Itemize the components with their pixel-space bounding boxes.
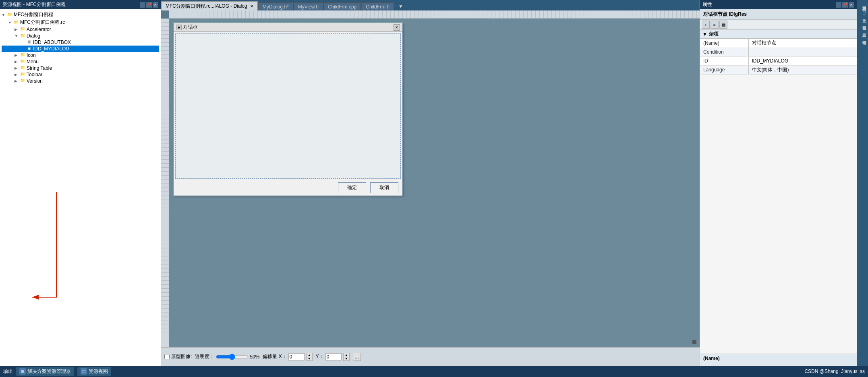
props-sort-btn[interactable]: ↕ xyxy=(702,21,710,29)
props-icon-btn[interactable]: ▦ xyxy=(719,21,727,29)
sidebar-icon-solution[interactable]: 解决方案资源管理器 xyxy=(858,2,867,5)
tab-rc-dialog[interactable]: MFC分割窗口例程.rc...IALOG - Dialog ✕ xyxy=(161,1,258,11)
toolbar-folder-icon: 📁 xyxy=(19,72,26,77)
dialog-icon: 📁 xyxy=(19,33,26,39)
tree-project[interactable]: ▼ 📁 MFC分割窗口例程.rc xyxy=(2,19,159,26)
props-spacer xyxy=(700,75,857,354)
tree-accelerator[interactable]: ▶ 📁 Accelerator xyxy=(2,26,159,33)
props-row-id-val: IDD_MYDIALOG xyxy=(748,56,857,65)
dialog-title-icon: ■ xyxy=(176,25,182,30)
offset-x-spinbtn[interactable]: ▲▼ xyxy=(306,353,313,361)
mydialog-file-icon: ▣ xyxy=(26,46,32,52)
project-label: MFC分割窗口例程.rc xyxy=(20,19,65,26)
tab-childfrm-cpp[interactable]: ChildFrm.cpp xyxy=(323,2,361,11)
offset-y-spinbtn[interactable]: ▲▼ xyxy=(343,353,350,361)
dialog-title-text: 对话框 xyxy=(183,24,394,31)
tab-mydialog-h[interactable]: MyDialog.h* xyxy=(258,2,293,11)
center-panel: MFC分割窗口例程.rc...IALOG - Dialog ✕ MyDialog… xyxy=(161,0,700,366)
props-row-language-val: 中文(简体，中国) xyxy=(748,65,857,74)
status-solution-mgr[interactable]: ⊞ 解决方案资源管理器 xyxy=(16,367,74,376)
props-row-name[interactable]: (Name) 对话框节点 xyxy=(700,39,857,48)
version-label: Version xyxy=(27,78,43,84)
sidebar-icon-git[interactable]: Git更改 xyxy=(858,9,867,17)
prototype-checkbox-container: 原型图像: xyxy=(164,353,192,360)
opacity-slider[interactable] xyxy=(216,354,248,360)
minimize-btn[interactable]: ─ xyxy=(140,2,145,8)
props-header: 对话框节点 IDlgRes xyxy=(700,9,857,20)
dialog-footer: 确定 取消 xyxy=(338,182,398,193)
tree-dialog[interactable]: ▼ 📁 Dialog xyxy=(2,33,159,39)
tree-menu[interactable]: ▶ 📁 Menu xyxy=(2,58,159,65)
dialog-body xyxy=(175,33,401,179)
tree-mydialog[interactable]: ▶ ▣ IDD_MYDIALOG xyxy=(2,46,159,52)
dialog-arrow: ▼ xyxy=(15,34,19,38)
tree-string-table[interactable]: ▶ 📁 String Table xyxy=(2,65,159,71)
opacity-value: 50% xyxy=(250,354,259,360)
tree-icon[interactable]: ▶ 📁 Icon xyxy=(2,52,159,58)
props-row-language[interactable]: Language 中文(简体，中国) xyxy=(700,65,857,74)
close-left-btn[interactable]: ✕ xyxy=(153,2,158,8)
props-footer: (Name) xyxy=(700,354,857,366)
solution-mgr-icon: ⊞ xyxy=(19,368,26,375)
resource-view-titlebar: 资源视图 - MFC分割窗口例程 ─ 📌 ✕ xyxy=(0,0,161,9)
offset-y-input[interactable] xyxy=(325,353,342,360)
dialog-cancel-btn[interactable]: 取消 xyxy=(370,182,398,193)
prototype-label: 原型图像: xyxy=(171,353,192,360)
tree-aboutbox[interactable]: ▶ ▣ IDD_ABOUTBOX xyxy=(2,39,159,46)
tab-childfrm-cpp-label: ChildFrm.cpp xyxy=(328,4,356,10)
props-minimize-btn[interactable]: ─ xyxy=(836,2,841,8)
icon-label: Icon xyxy=(27,52,36,58)
props-table: (Name) 对话框节点 Condition ID IDD_MYDIALOG L… xyxy=(700,39,857,75)
props-pin-btn[interactable]: 📌 xyxy=(842,2,848,8)
props-row-condition[interactable]: Condition xyxy=(700,48,857,56)
tree-root[interactable]: ▼ 📁 MFC分割窗口例程 xyxy=(2,11,159,19)
browse-btn[interactable]: … xyxy=(353,353,361,361)
props-grid-btn[interactable]: ≡ xyxy=(711,21,719,29)
collapse-icon: ▼ xyxy=(702,31,707,37)
acc-icon: 📁 xyxy=(19,27,26,32)
prototype-checkbox[interactable] xyxy=(164,354,170,359)
dialog-close-btn[interactable]: ✕ xyxy=(394,24,400,31)
tab-mydialog-h-label: MyDialog.h* xyxy=(263,4,289,10)
offset-x-container: 偏移量 X： ▲▼ xyxy=(263,353,312,361)
titlebar-controls: ─ 📌 ✕ xyxy=(140,2,158,8)
dialog-ok-btn[interactable]: 确定 xyxy=(338,182,366,193)
offset-y-container: Y： ▲▼ xyxy=(316,353,350,361)
sidebar-icon-props[interactable]: 属性管理器 xyxy=(858,36,867,39)
props-row-condition-key: Condition xyxy=(700,48,748,56)
tab-rc-dialog-label: MFC分割窗口例程.rc...IALOG - Dialog xyxy=(166,3,247,9)
tree-version[interactable]: ▶ 📁 Version xyxy=(2,78,159,84)
toolbar-label: Toolbar xyxy=(27,72,42,77)
sidebar-icon-toolbox[interactable]: 工具箱 xyxy=(858,29,867,32)
solution-mgr-label: 解决方案资源管理器 xyxy=(27,368,71,375)
tree-toolbar[interactable]: ▶ 📁 Toolbar xyxy=(2,71,159,78)
tab-myview-h[interactable]: MyView.h xyxy=(294,2,323,11)
offset-x-label: 偏移量 X： xyxy=(263,353,286,360)
pin-btn[interactable]: 📌 xyxy=(146,2,152,8)
tab-childfrm-h[interactable]: ChildFrm.h xyxy=(361,2,394,11)
root-folder-icon: 📁 xyxy=(6,12,13,18)
ruler-vertical xyxy=(161,19,169,347)
properties-panel: 属性 ─ 📌 ✕ 对话框节点 IDlgRes ↕ ≡ ▦ ▼ 杂项 xyxy=(700,0,857,366)
version-arrow: ▶ xyxy=(15,79,19,83)
mydialog-label: IDD_MYDIALOG xyxy=(33,46,70,52)
props-row-id-key: ID xyxy=(700,56,748,65)
status-resource-view[interactable]: ◫ 资源视图 xyxy=(77,367,111,376)
toolbar-arrow: ▶ xyxy=(15,73,19,77)
icon-folder-icon: 📁 xyxy=(19,52,26,58)
output-label[interactable]: 输出 xyxy=(3,368,13,375)
sidebar-icon-resource[interactable]: 资源管理器 xyxy=(858,21,867,25)
editor-area: ■ 对话框 ✕ 确定 取消 xyxy=(161,10,700,347)
tab-rc-dialog-close[interactable]: ✕ xyxy=(250,4,253,8)
resize-handle[interactable] xyxy=(692,340,696,344)
project-folder-icon: 📁 xyxy=(13,20,19,25)
opacity-label: 透明度： xyxy=(195,353,214,360)
version-folder-icon: 📁 xyxy=(19,78,26,84)
tab-myview-h-label: MyView.h xyxy=(298,4,319,10)
offset-x-input[interactable] xyxy=(288,353,305,360)
props-close-btn[interactable]: ✕ xyxy=(849,2,854,8)
resource-tree: ▼ 📁 MFC分割窗口例程 ▼ 📁 MFC分割窗口例程.rc ▶ 📁 xyxy=(0,9,161,366)
root-label: MFC分割窗口例程 xyxy=(14,11,53,18)
tab-overflow-btn[interactable]: ▼ xyxy=(396,2,406,10)
props-row-id[interactable]: ID IDD_MYDIALOG xyxy=(700,56,857,65)
